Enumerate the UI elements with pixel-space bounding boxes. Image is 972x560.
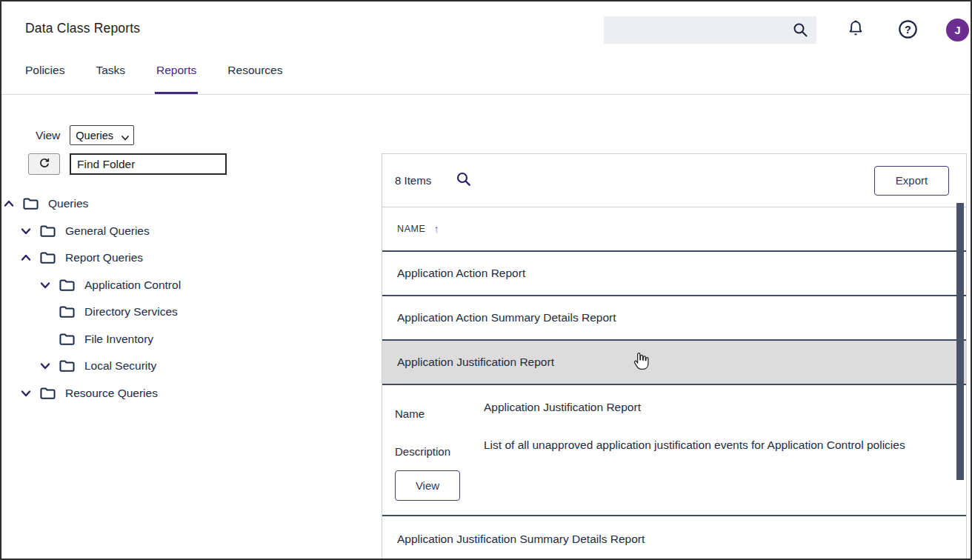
view-select[interactable]: Queries (70, 125, 134, 145)
global-search[interactable] (604, 16, 816, 44)
detail-description-row: Description List of all unapproved appli… (395, 439, 953, 458)
folder-tree: Queries General Queries Report Queries (1, 190, 181, 407)
tree-item-label: Resource Queries (65, 387, 158, 400)
app-window: Data Class Reports (0, 0, 972, 560)
detail-name-row: Name Application Justification Report (395, 401, 953, 420)
folder-icon (59, 332, 76, 347)
chevron-icon[interactable] (20, 252, 32, 264)
chevron-icon[interactable] (20, 225, 32, 237)
view-label: View (36, 129, 60, 142)
find-folder-input[interactable] (70, 153, 227, 175)
folder-icon (39, 386, 56, 401)
row-label: Application Justification Summary Detail… (397, 533, 645, 546)
row-label: Application Justification Report (397, 356, 554, 369)
global-search-input[interactable] (604, 16, 816, 44)
chevron-icon[interactable] (39, 279, 51, 291)
table-row-selected[interactable]: Application Justification Report (382, 341, 966, 385)
folder-icon (59, 278, 76, 293)
results-toolbar: 8 Items Export (382, 154, 966, 207)
view-selector-row: View Queries (36, 125, 134, 145)
topbar-actions: ? J (604, 16, 969, 44)
chevron-icon[interactable] (20, 387, 32, 399)
vertical-scrollbar-thumb[interactable] (956, 203, 964, 480)
detail-description-value: List of all unapproved application justi… (484, 439, 905, 458)
tab-resources[interactable]: Resources (227, 61, 282, 94)
table-row[interactable]: Application Action Report (382, 252, 966, 296)
view-button[interactable]: View (395, 470, 460, 501)
tree-item-label: File Inventory (84, 333, 153, 346)
view-select-wrap: Queries (70, 125, 134, 145)
detail-name-value: Application Justification Report (484, 401, 641, 420)
refresh-button[interactable] (28, 153, 60, 175)
folder-icon (39, 250, 56, 265)
tree-item-label: Application Control (84, 279, 181, 292)
detail-description-label: Description (395, 439, 484, 458)
tree-item-report-queries[interactable]: Report Queries (1, 244, 181, 272)
main-tabs: Policies Tasks Reports Resources (1, 61, 971, 95)
tree-item-label: General Queries (65, 224, 150, 238)
tab-tasks[interactable]: Tasks (96, 61, 125, 94)
folder-icon (59, 304, 76, 319)
search-icon (456, 171, 473, 190)
bell-icon (846, 19, 865, 41)
table-column-header[interactable]: NAME ↑ (382, 207, 966, 252)
user-avatar[interactable]: J (946, 19, 969, 41)
chevron-icon[interactable] (39, 360, 51, 372)
tree-item-directory-services[interactable]: Directory Services (1, 299, 181, 326)
search-icon[interactable] (792, 21, 809, 41)
detail-name-label: Name (395, 401, 484, 420)
results-panel: 8 Items Export NAME ↑ Application Action… (382, 153, 967, 560)
folder-icon (39, 224, 56, 239)
tree-item-label: Directory Services (84, 305, 178, 319)
folder-icon (22, 196, 39, 211)
help-icon: ? (898, 19, 918, 41)
table-row[interactable]: Application Justification Summary Detail… (382, 516, 966, 560)
tab-reports[interactable]: Reports (156, 61, 196, 94)
tree-item-general-queries[interactable]: General Queries (1, 218, 181, 245)
row-detail-panel: Name Application Justification Report De… (382, 385, 966, 516)
refresh-icon (39, 157, 50, 171)
tree-item-label: Report Queries (65, 251, 143, 264)
tree-item-file-inventory[interactable]: File Inventory (1, 326, 181, 353)
chevron-icon[interactable] (3, 198, 15, 210)
items-count: 8 Items (395, 174, 431, 187)
table-row[interactable]: Application Action Summary Details Repor… (382, 296, 966, 341)
page-title: Data Class Reports (25, 21, 140, 36)
svg-text:?: ? (905, 23, 911, 35)
export-button[interactable]: Export (874, 166, 949, 196)
row-label: Application Action Summary Details Repor… (397, 311, 616, 324)
notifications-button[interactable] (846, 19, 865, 41)
folder-icon (59, 359, 76, 373)
help-button[interactable]: ? (898, 19, 918, 41)
tree-item-queries[interactable]: Queries (1, 190, 181, 218)
table-search-button[interactable] (456, 171, 473, 190)
sort-ascending-icon[interactable]: ↑ (434, 223, 439, 235)
name-column-label[interactable]: NAME (397, 224, 426, 234)
row-label: Application Action Report (397, 267, 525, 280)
tree-item-label: Queries (48, 197, 88, 210)
tree-item-local-security[interactable]: Local Security (1, 353, 181, 380)
tree-item-resource-queries[interactable]: Resource Queries (1, 380, 181, 407)
tree-item-label: Local Security (84, 359, 156, 373)
tab-policies[interactable]: Policies (25, 61, 64, 94)
tree-item-application-control[interactable]: Application Control (1, 272, 181, 299)
